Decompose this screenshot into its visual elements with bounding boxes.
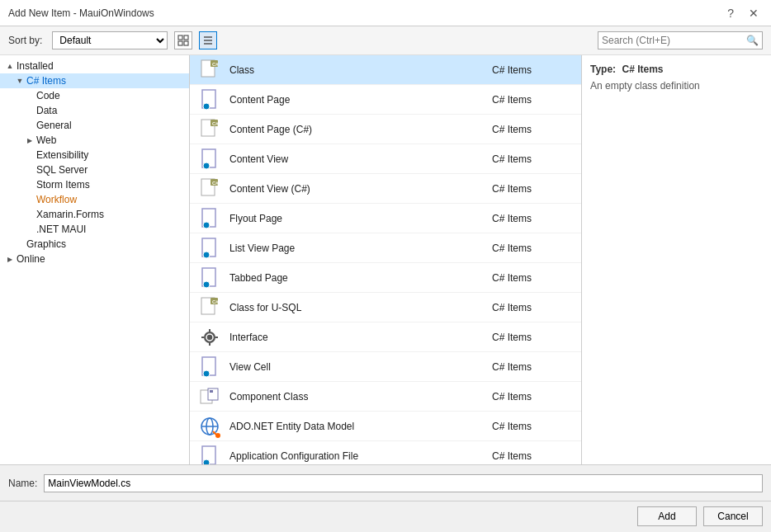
name-label: Name:: [8, 478, 37, 489]
sidebar-item-sql-server[interactable]: SQL Server: [0, 162, 189, 177]
list-item[interactable]: Interface C# Items: [190, 322, 581, 352]
item-name: Flyout Page: [229, 213, 492, 224]
sidebar-item-label: Extensibility: [36, 149, 88, 161]
cancel-button[interactable]: Cancel: [703, 506, 763, 526]
item-icon-content-view-cs: C#: [196, 176, 223, 202]
sidebar-item-csharp-items[interactable]: ▼ C# Items: [0, 73, 189, 88]
grid-icon: [177, 35, 189, 46]
sidebar-item-net-maui[interactable]: .NET MAUI: [0, 222, 189, 237]
list-item[interactable]: Content View C# Items: [190, 144, 581, 174]
svg-point-11: [203, 103, 210, 110]
svg-point-16: [203, 162, 210, 169]
sort-select[interactable]: Default: [52, 31, 168, 49]
item-icon-tabbed-page: [196, 265, 223, 291]
search-input[interactable]: [602, 35, 746, 46]
item-icon-flyout-page: [196, 205, 223, 232]
svg-text:C#: C#: [212, 181, 219, 186]
action-buttons-bar: Add Cancel: [0, 501, 771, 532]
add-button[interactable]: Add: [637, 506, 697, 526]
list-item[interactable]: C# Content Page (C#) C# Items: [190, 115, 581, 144]
help-button[interactable]: ?: [723, 5, 738, 21]
sidebar-item-data[interactable]: Data: [0, 103, 189, 118]
list-item[interactable]: ADO.NET Entity Data Model C# Items: [190, 412, 581, 441]
item-icon-content-page-cs: C#: [196, 116, 223, 143]
item-category: C# Items: [492, 242, 575, 254]
sidebar-item-code[interactable]: Code: [0, 88, 189, 103]
type-info: Type: C# Items: [590, 64, 763, 75]
sidebar-item-xamarin-forms[interactable]: Xamarin.Forms: [0, 207, 189, 222]
list-item[interactable]: C# Content View (C#) C# Items: [190, 174, 581, 204]
item-icon-list-view-page: [196, 235, 223, 261]
sidebar-item-web[interactable]: ▶ Web: [0, 133, 189, 148]
item-name: Class: [229, 64, 492, 76]
list-view-button[interactable]: [199, 31, 217, 49]
item-icon-interface: [196, 324, 223, 351]
list-item[interactable]: C# Class C# Items: [190, 55, 581, 85]
list-item[interactable]: List View Page C# Items: [190, 233, 581, 263]
type-label: Type:: [590, 64, 616, 75]
search-icon: 🔍: [746, 35, 759, 46]
sidebar-item-label: Workflow: [36, 194, 77, 205]
item-name: ADO.NET Entity Data Model: [229, 421, 492, 432]
sidebar-item-storm-items[interactable]: Storm Items: [0, 177, 189, 192]
title-bar-buttons: ? ✕: [723, 5, 763, 21]
sidebar-item-label: Installed: [17, 60, 54, 72]
expand-icon: ▼: [13, 77, 26, 85]
item-name: Content View: [229, 153, 492, 165]
name-input[interactable]: [44, 474, 763, 492]
item-name: Content Page: [229, 94, 492, 106]
sidebar-item-graphics[interactable]: Graphics: [0, 237, 189, 252]
sort-label: Sort by:: [8, 35, 42, 46]
list-item[interactable]: Application Configuration File C# Items: [190, 441, 581, 464]
svg-point-21: [203, 222, 210, 228]
svg-text:C#: C#: [212, 62, 219, 67]
item-icon-content-page: [196, 87, 223, 113]
item-name: Application Configuration File: [229, 450, 492, 462]
sidebar: ▲ Installed ▼ C# Items Code Data General: [0, 55, 190, 464]
list-item[interactable]: Content Page C# Items: [190, 85, 581, 115]
item-category: C# Items: [492, 332, 575, 343]
item-name: Component Class: [229, 391, 492, 403]
top-bar: Sort by: Default 🔍: [0, 26, 771, 55]
list-item[interactable]: C# Class for U-SQL C# Items: [190, 293, 581, 322]
item-category: C# Items: [492, 361, 575, 373]
sidebar-item-installed[interactable]: ▲ Installed: [0, 59, 189, 73]
item-category: C# Items: [492, 391, 575, 403]
svg-text:C#: C#: [212, 299, 219, 304]
expand-icon: ▶: [23, 137, 36, 144]
item-name: Content View (C#): [229, 183, 492, 195]
svg-rect-3: [184, 41, 188, 45]
sidebar-item-label: Data: [36, 105, 57, 116]
sidebar-item-label: Online: [17, 253, 45, 265]
svg-text:C#: C#: [212, 121, 219, 126]
item-category: C# Items: [492, 64, 575, 76]
list-item[interactable]: Component Class C# Items: [190, 382, 581, 412]
item-name: List View Page: [229, 242, 492, 254]
item-list-area: C# Class C# Items Content Page: [190, 55, 581, 464]
sidebar-item-general[interactable]: General: [0, 118, 189, 133]
dialog-title: Add New Item - MauiOnWindows: [8, 7, 154, 19]
item-icon-app-config: [196, 443, 223, 465]
item-name: Tabbed Page: [229, 272, 492, 284]
sidebar-item-label: Xamarin.Forms: [36, 209, 104, 220]
item-category: C# Items: [492, 183, 575, 195]
item-category: C# Items: [492, 450, 575, 462]
search-box: 🔍: [598, 31, 763, 49]
list-item[interactable]: View Cell C# Items: [190, 352, 581, 382]
close-button[interactable]: ✕: [745, 5, 763, 21]
item-icon-content-view: [196, 146, 223, 172]
list-item[interactable]: Tabbed Page C# Items: [190, 263, 581, 293]
svg-rect-2: [178, 41, 182, 45]
sidebar-item-online[interactable]: ▶ Online: [0, 252, 189, 266]
grid-view-button[interactable]: [174, 31, 192, 49]
list-item[interactable]: Flyout Page C# Items: [190, 204, 581, 233]
sidebar-item-workflow[interactable]: Workflow: [0, 192, 189, 207]
dialog-body: Sort by: Default 🔍: [0, 26, 771, 532]
item-category: C# Items: [492, 153, 575, 165]
type-description: An empty class definition: [590, 80, 763, 92]
main-area: ▲ Installed ▼ C# Items Code Data General: [0, 55, 771, 464]
item-name: Interface: [229, 332, 492, 343]
list-icon: [202, 35, 214, 46]
sidebar-item-extensibility[interactable]: Extensibility: [0, 148, 189, 162]
svg-point-36: [203, 370, 210, 377]
